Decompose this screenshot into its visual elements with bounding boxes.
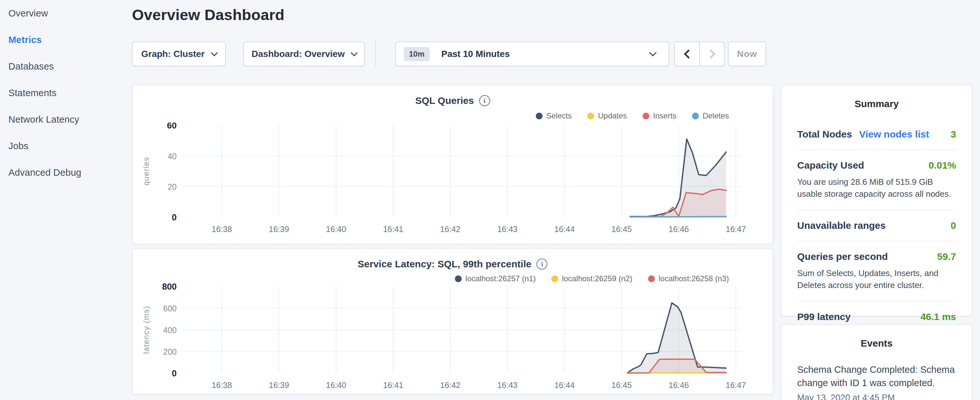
series-dot	[587, 113, 594, 120]
summary-row-queries-per-second: Queries per second 59.7 Sum of Selects, …	[797, 241, 956, 301]
legend-item: Selects	[536, 112, 572, 120]
series-dot	[692, 113, 699, 120]
controls-bar: Graph: Cluster Dashboard: Overview 10m P…	[132, 41, 779, 66]
dashboard-label: Dashboard: Overview	[252, 49, 345, 59]
legend-item: localhost:26259 (n2)	[551, 274, 632, 283]
chevron-down-icon	[649, 49, 657, 57]
sidebar-item-network-latency[interactable]: Network Latency	[8, 106, 125, 133]
dashboard-dropdown[interactable]: Dashboard: Overview	[243, 41, 365, 66]
svg-text:60: 60	[167, 123, 177, 131]
event-timestamp: May 13, 2020 at 4:45 PM	[797, 393, 956, 400]
svg-text:40: 40	[168, 152, 177, 161]
svg-text:400: 400	[163, 325, 177, 335]
svg-text:16:47: 16:47	[726, 381, 746, 390]
svg-text:16:44: 16:44	[554, 225, 574, 234]
capacity-used-value: 0.01%	[929, 160, 956, 171]
summary-row-capacity-used: Capacity Used 0.01% You are using 28.6 M…	[797, 150, 956, 210]
view-nodes-list-link[interactable]: View nodes list	[859, 129, 929, 140]
svg-text:16:47: 16:47	[726, 225, 746, 234]
svg-text:16:43: 16:43	[497, 225, 518, 234]
service-latency-chart[interactable]: 16:3816:3916:4016:4116:4216:4316:4416:45…	[133, 283, 774, 398]
service-latency-chart-card: Service Latency: SQL, 99th percentile i …	[132, 248, 773, 395]
event-message: Schema Change Completed: Schema change w…	[797, 363, 956, 390]
svg-text:16:41: 16:41	[383, 381, 404, 390]
svg-text:0: 0	[172, 369, 177, 378]
svg-text:queries: queries	[142, 157, 150, 185]
svg-text:latency (ms): latency (ms)	[142, 306, 150, 354]
time-range-badge: 10m	[404, 47, 430, 61]
svg-text:16:40: 16:40	[326, 381, 346, 390]
legend-item: localhost:26257 (n1)	[455, 274, 536, 283]
svg-text:200: 200	[163, 347, 177, 356]
summary-title: Summary	[782, 85, 972, 109]
sidebar-item-overview[interactable]: Overview	[8, 0, 125, 27]
svg-text:16:46: 16:46	[669, 225, 689, 234]
svg-text:0: 0	[172, 213, 177, 222]
now-button[interactable]: Now	[728, 41, 766, 66]
svg-text:16:39: 16:39	[269, 225, 289, 234]
time-range-label: Past 10 Minutes	[441, 49, 643, 59]
chart-title: Service Latency: SQL, 99th percentile	[358, 258, 531, 269]
time-forward-button[interactable]	[699, 41, 725, 66]
svg-text:16:38: 16:38	[212, 225, 232, 234]
series-dot	[643, 113, 649, 120]
legend-item: localhost:26258 (n3)	[648, 274, 729, 283]
legend-item: Deletes	[692, 112, 729, 120]
svg-text:16:42: 16:42	[440, 225, 460, 234]
sidebar-item-metrics[interactable]: Metrics	[8, 27, 125, 53]
legend-item: Updates	[587, 112, 627, 120]
chart-title: SQL Queries	[415, 95, 474, 106]
events-panel: Events Schema Change Completed: Schema c…	[781, 324, 972, 400]
metrics-page: Overview Metrics Databases Statements Ne…	[0, 0, 980, 400]
sidebar-item-advanced-debug[interactable]: Advanced Debug	[8, 159, 125, 186]
svg-text:800: 800	[162, 283, 177, 292]
summary-panel: Summary Total Nodes View nodes list 3 Ca…	[781, 85, 972, 317]
series-dot	[648, 276, 655, 282]
sidebar-item-jobs[interactable]: Jobs	[8, 133, 125, 159]
events-title: Events	[782, 325, 972, 349]
svg-text:16:40: 16:40	[326, 225, 346, 234]
chart-legend: Selects Updates Inserts Deletes	[536, 112, 729, 120]
sql-queries-chart-card: SQL Queries i Selects Updates Inserts De…	[132, 85, 773, 244]
chevron-left-icon	[684, 49, 693, 58]
p99-latency-value: 46.1 ms	[921, 311, 956, 322]
sidebar-nav: Overview Metrics Databases Statements Ne…	[8, 0, 125, 186]
svg-text:16:43: 16:43	[497, 381, 518, 390]
svg-text:600: 600	[163, 304, 177, 313]
time-back-button[interactable]	[674, 41, 700, 66]
unavailable-ranges-value: 0	[951, 220, 956, 231]
svg-text:16:46: 16:46	[669, 381, 689, 390]
svg-text:16:45: 16:45	[611, 225, 632, 234]
total-nodes-value: 3	[951, 129, 956, 140]
queries-per-second-value: 59.7	[937, 251, 956, 262]
capacity-used-description: You are using 28.6 MiB of 515.9 GiB usab…	[797, 176, 956, 200]
legend-item: Inserts	[643, 112, 676, 120]
sidebar-item-statements[interactable]: Statements	[8, 80, 125, 106]
series-dot	[551, 276, 558, 282]
svg-text:16:39: 16:39	[269, 381, 289, 390]
info-icon[interactable]: i	[479, 95, 490, 106]
sidebar-item-databases[interactable]: Databases	[8, 53, 125, 80]
time-step-buttons	[674, 41, 725, 66]
info-icon[interactable]: i	[536, 258, 547, 269]
sql-queries-chart[interactable]: 16:3816:3916:4016:4116:4216:4316:4416:45…	[133, 123, 774, 237]
svg-text:16:45: 16:45	[611, 381, 632, 390]
graph-scope-dropdown[interactable]: Graph: Cluster	[132, 41, 226, 66]
event-list-item[interactable]: Schema Change Completed: Schema change w…	[782, 349, 972, 400]
svg-text:16:42: 16:42	[440, 381, 460, 390]
svg-text:16:44: 16:44	[554, 381, 574, 390]
chevron-down-icon	[351, 49, 358, 56]
series-dot	[455, 276, 462, 282]
svg-text:16:41: 16:41	[383, 225, 404, 234]
summary-row-total-nodes: Total Nodes View nodes list 3	[797, 119, 956, 150]
chevron-down-icon	[211, 49, 217, 56]
graph-scope-label: Graph: Cluster	[141, 49, 204, 59]
time-range-dropdown[interactable]: 10m Past 10 Minutes	[395, 41, 669, 66]
queries-per-second-description: Sum of Selects, Updates, Inserts, and De…	[797, 267, 956, 291]
chart-legend: localhost:26257 (n1) localhost:26259 (n2…	[455, 274, 729, 283]
summary-row-unavailable-ranges: Unavailable ranges 0	[797, 210, 956, 241]
divider	[375, 41, 376, 66]
svg-text:20: 20	[168, 182, 177, 191]
series-dot	[536, 113, 542, 120]
svg-text:16:38: 16:38	[212, 381, 232, 390]
